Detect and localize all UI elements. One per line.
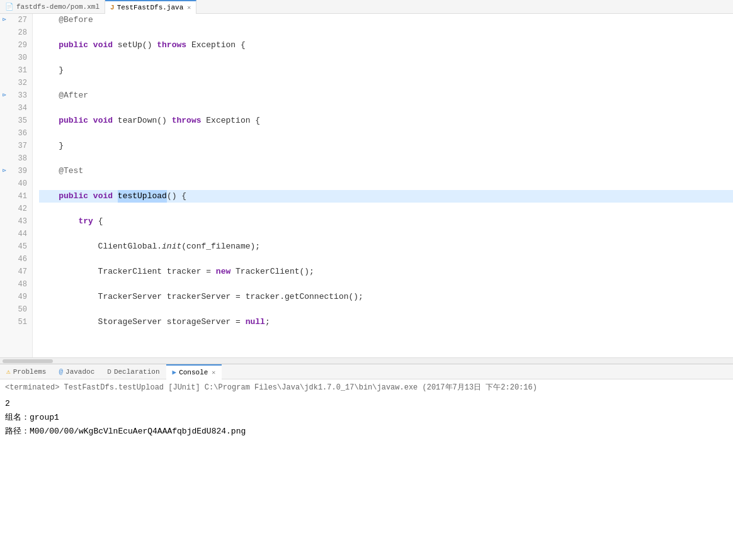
ln-33: ⊳33 bbox=[3, 89, 27, 102]
tab-javadoc-label: Javadoc bbox=[65, 368, 94, 376]
code-line-44 bbox=[39, 228, 733, 240]
tab-console[interactable]: ▶ Console ✕ bbox=[166, 364, 222, 379]
tab-testfast[interactable]: J TestFastDfs.java ✕ bbox=[105, 0, 196, 14]
code-line-50 bbox=[39, 303, 733, 316]
code-line-47: TrackerClient tracker = new TrackerClien… bbox=[39, 266, 733, 278]
code-line-36 bbox=[39, 127, 733, 140]
tab-console-close[interactable]: ✕ bbox=[212, 369, 215, 376]
ln-39: ⊳39 bbox=[3, 165, 27, 177]
code-line-28 bbox=[39, 26, 733, 39]
ln-38: 38 bbox=[3, 152, 27, 165]
ln-42: 42 bbox=[3, 203, 27, 215]
ln-50: 50 bbox=[3, 303, 27, 316]
ln-31: 31 bbox=[3, 64, 27, 77]
tab-javadoc[interactable]: @ Javadoc bbox=[52, 364, 101, 379]
arrow-27: ⊳ bbox=[3, 14, 6, 26]
code-line-45: ClientGlobal.init(conf_filename); bbox=[39, 240, 733, 253]
ln-32: 32 bbox=[3, 77, 27, 89]
ln-34: 34 bbox=[3, 102, 27, 115]
code-line-30 bbox=[39, 52, 733, 64]
ln-35: 35 bbox=[3, 115, 27, 127]
tab-pom[interactable]: 📄 fastdfs-demo/pom.xml bbox=[0, 0, 105, 14]
console-output-line2: 组名：group1 bbox=[5, 411, 728, 425]
ln-37: 37 bbox=[3, 140, 27, 152]
code-line-27: @Before bbox=[39, 14, 733, 26]
tab-testfast-close[interactable]: ✕ bbox=[187, 4, 191, 11]
ln-30: 30 bbox=[3, 52, 27, 64]
code-line-34 bbox=[39, 102, 733, 115]
console-icon: ▶ bbox=[173, 368, 177, 376]
code-line-33: @After bbox=[39, 89, 733, 102]
code-line-46 bbox=[39, 253, 733, 266]
pom-file-icon: 📄 bbox=[5, 3, 14, 11]
editor-tab-bar: 📄 fastdfs-demo/pom.xml J TestFastDfs.jav… bbox=[0, 0, 733, 14]
code-line-39: @Test bbox=[39, 165, 733, 177]
ln-48: 48 bbox=[3, 278, 27, 291]
code-line-43: try { bbox=[39, 215, 733, 228]
scrollbar-thumb[interactable] bbox=[3, 359, 53, 363]
arrow-33: ⊳ bbox=[3, 89, 6, 102]
bottom-panel: ⚠ Problems @ Javadoc D Declaration ▶ Con… bbox=[0, 364, 733, 441]
ln-41: 41 bbox=[3, 190, 27, 203]
ln-36: 36 bbox=[3, 127, 27, 140]
code-line-32 bbox=[39, 77, 733, 89]
ln-28: 28 bbox=[3, 26, 27, 39]
ln-43: 43 bbox=[3, 215, 27, 228]
code-line-40 bbox=[39, 177, 733, 190]
console-terminated-line: <terminated> TestFastDfs.testUpload [JUn… bbox=[5, 382, 728, 393]
ln-51: 51 bbox=[3, 316, 27, 328]
java-file-icon: J bbox=[110, 4, 115, 11]
code-container: ⊳27 28 29 30 31 32 ⊳33 34 35 36 37 38 ⊳3… bbox=[0, 14, 733, 357]
tab-console-label: Console bbox=[179, 369, 208, 376]
code-line-48 bbox=[39, 278, 733, 291]
tab-problems[interactable]: ⚠ Problems bbox=[0, 364, 52, 379]
declaration-icon: D bbox=[107, 368, 111, 376]
ln-47: 47 bbox=[3, 266, 27, 278]
tab-declaration[interactable]: D Declaration bbox=[101, 364, 166, 379]
ln-49: 49 bbox=[3, 291, 27, 303]
code-line-51: StorageServer storageServer = null; bbox=[39, 316, 733, 328]
code-content[interactable]: @Before public void setUp() throws Excep… bbox=[33, 14, 733, 357]
ln-40: 40 bbox=[3, 177, 27, 190]
tab-declaration-label: Declaration bbox=[114, 368, 160, 376]
ln-29: 29 bbox=[3, 39, 27, 52]
ln-46: 46 bbox=[3, 253, 27, 266]
tab-testfast-label: TestFastDfs.java bbox=[117, 4, 184, 11]
code-line-42 bbox=[39, 203, 733, 215]
arrow-39: ⊳ bbox=[3, 165, 6, 177]
console-output-line3: 路径：M00/00/00/wKgBcVlnEcuAerQ4AAAfqbjdEdU… bbox=[5, 425, 728, 439]
bottom-tab-bar: ⚠ Problems @ Javadoc D Declaration ▶ Con… bbox=[0, 364, 733, 379]
code-line-35: public void tearDown() throws Exception … bbox=[39, 115, 733, 127]
code-line-41: public void testUpload() { bbox=[39, 190, 733, 203]
tab-pom-label: fastdfs-demo/pom.xml bbox=[16, 3, 99, 11]
javadoc-icon: @ bbox=[59, 368, 63, 376]
code-line-37: } bbox=[39, 140, 733, 152]
editor-scrollbar[interactable] bbox=[0, 357, 733, 364]
problems-icon: ⚠ bbox=[6, 367, 11, 376]
tab-problems-label: Problems bbox=[13, 368, 47, 376]
ln-27: ⊳27 bbox=[3, 14, 27, 26]
editor-area: ⊳27 28 29 30 31 32 ⊳33 34 35 36 37 38 ⊳3… bbox=[0, 14, 733, 364]
line-numbers: ⊳27 28 29 30 31 32 ⊳33 34 35 36 37 38 ⊳3… bbox=[0, 14, 33, 357]
ln-44: 44 bbox=[3, 228, 27, 240]
ln-45: 45 bbox=[3, 240, 27, 253]
console-content: <terminated> TestFastDfs.testUpload [JUn… bbox=[0, 379, 733, 441]
code-line-38 bbox=[39, 152, 733, 165]
code-line-31: } bbox=[39, 64, 733, 77]
console-output-line1: 2 bbox=[5, 397, 728, 411]
code-line-29: public void setUp() throws Exception { bbox=[39, 39, 733, 52]
code-line-49: TrackerServer trackerServer = tracker.ge… bbox=[39, 291, 733, 303]
